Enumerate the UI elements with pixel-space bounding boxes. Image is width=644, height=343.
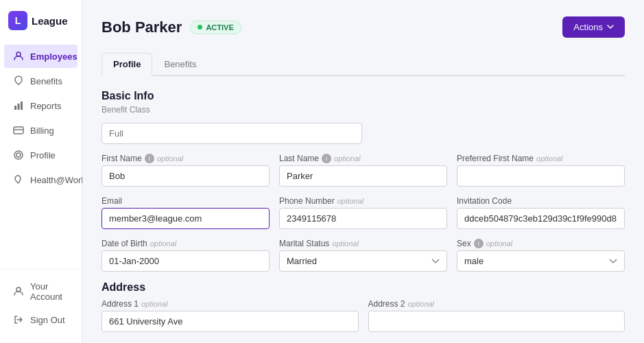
profile-icon bbox=[12, 149, 25, 161]
name-row: First Name i optional Last Name i option… bbox=[102, 154, 625, 187]
section-title: Basic Info bbox=[102, 90, 625, 102]
address1-label: Address 1 optional bbox=[102, 299, 359, 309]
main-content: Bob Parker ACTIVE Actions Profile Benefi… bbox=[82, 0, 644, 343]
invitation-code-label: Invitation Code bbox=[457, 196, 625, 206]
sidebar: L League Employees Benefits Reports Bill… bbox=[0, 0, 82, 343]
svg-point-6 bbox=[14, 151, 23, 159]
sidebar-item-profile[interactable]: Profile bbox=[4, 143, 77, 167]
sidebar-item-label-employees: Employees bbox=[30, 51, 77, 62]
benefit-class-input[interactable] bbox=[102, 123, 362, 144]
address2-group: Address 2 optional bbox=[368, 299, 625, 332]
sex-info-icon: i bbox=[474, 239, 484, 248]
sex-select[interactable]: male female other bbox=[457, 250, 625, 272]
phone-label: Phone Number optional bbox=[279, 196, 447, 206]
email-input[interactable] bbox=[102, 208, 270, 229]
employees-icon bbox=[12, 50, 25, 62]
first-name-input[interactable] bbox=[102, 165, 270, 187]
actions-button[interactable]: Actions bbox=[562, 16, 625, 38]
address1-group: Address 1 optional bbox=[102, 299, 359, 332]
tabs: Profile Benefits bbox=[102, 51, 625, 76]
sidebar-item-label-benefits: Benefits bbox=[30, 76, 62, 86]
status-badge: ACTIVE bbox=[190, 21, 241, 34]
phone-input[interactable] bbox=[279, 208, 447, 229]
basic-info-section: Basic Info Benefit Class First Name i op… bbox=[102, 90, 625, 343]
last-name-info-icon: i bbox=[322, 154, 331, 163]
tab-profile[interactable]: Profile bbox=[102, 53, 152, 76]
sidebar-item-health[interactable]: Health@Work bbox=[4, 168, 77, 191]
benefits-icon bbox=[12, 75, 25, 87]
sidebar-item-label-billing: Billing bbox=[30, 126, 54, 136]
sidebar-item-sign-out[interactable]: Sign Out bbox=[4, 308, 77, 331]
sidebar-item-label-health: Health@Work bbox=[30, 175, 86, 185]
last-name-input[interactable] bbox=[279, 165, 447, 187]
logo-icon: L bbox=[8, 11, 27, 30]
preferred-name-group: Preferred First Name optional bbox=[457, 154, 625, 187]
page-title: Bob Parker bbox=[102, 19, 182, 36]
logo-text: League bbox=[32, 15, 68, 27]
contact-row: Email Phone Number optional Invitation C… bbox=[102, 196, 625, 229]
invitation-code-input[interactable] bbox=[457, 208, 625, 229]
first-name-info-icon: i bbox=[145, 154, 154, 163]
svg-rect-1 bbox=[14, 106, 16, 110]
personal-row: Date of Birth optional Marital Status op… bbox=[102, 239, 625, 272]
svg-rect-2 bbox=[18, 104, 20, 110]
reports-icon bbox=[12, 99, 25, 112]
address1-input[interactable] bbox=[102, 311, 359, 332]
first-name-label: First Name i optional bbox=[102, 154, 270, 163]
sidebar-item-reports[interactable]: Reports bbox=[4, 94, 77, 117]
address2-label: Address 2 optional bbox=[368, 299, 625, 309]
address2-input[interactable] bbox=[368, 311, 625, 332]
chevron-down-icon bbox=[607, 25, 614, 29]
status-dot bbox=[198, 25, 202, 29]
page-header: Bob Parker ACTIVE Actions bbox=[102, 16, 625, 38]
title-group: Bob Parker ACTIVE bbox=[102, 19, 241, 36]
tab-benefits[interactable]: Benefits bbox=[152, 53, 208, 76]
benefit-class-row bbox=[102, 123, 625, 144]
last-name-label: Last Name i optional bbox=[279, 154, 447, 163]
dob-input[interactable] bbox=[102, 250, 270, 272]
marital-status-label: Marital Status optional bbox=[279, 239, 447, 248]
svg-point-0 bbox=[16, 52, 21, 56]
actions-label: Actions bbox=[573, 22, 603, 32]
marital-status-group: Marital Status optional Married Single D… bbox=[279, 239, 447, 272]
health-icon bbox=[12, 174, 25, 186]
benefit-class-group bbox=[102, 123, 362, 144]
sidebar-item-label-reports: Reports bbox=[30, 101, 62, 111]
sidebar-item-label-profile: Profile bbox=[30, 150, 56, 161]
sign-out-icon bbox=[12, 314, 25, 326]
preferred-name-input[interactable] bbox=[457, 165, 625, 187]
last-name-group: Last Name i optional bbox=[279, 154, 447, 187]
sidebar-item-label-sign-out: Sign Out bbox=[30, 315, 65, 325]
address-row: Address 1 optional Address 2 optional bbox=[102, 299, 625, 332]
sidebar-item-label-your-account: Your Account bbox=[30, 281, 69, 302]
status-text: ACTIVE bbox=[206, 23, 233, 32]
preferred-name-label: Preferred First Name optional bbox=[457, 154, 625, 163]
sidebar-item-billing[interactable]: Billing bbox=[4, 119, 77, 142]
sidebar-item-employees[interactable]: Employees bbox=[4, 45, 77, 68]
sidebar-bottom: Your Account Sign Out bbox=[0, 269, 82, 332]
sex-label: Sex i optional bbox=[457, 239, 625, 248]
email-label: Email bbox=[102, 196, 270, 206]
dob-group: Date of Birth optional bbox=[102, 239, 270, 272]
sidebar-item-benefits[interactable]: Benefits bbox=[4, 69, 77, 93]
billing-icon bbox=[12, 124, 25, 137]
email-group: Email bbox=[102, 196, 270, 229]
svg-point-5 bbox=[16, 153, 21, 157]
address-section-title: Address bbox=[102, 281, 625, 294]
svg-point-7 bbox=[16, 287, 21, 292]
svg-rect-4 bbox=[14, 127, 23, 134]
invitation-code-group: Invitation Code bbox=[457, 196, 625, 229]
your-account-icon bbox=[12, 285, 25, 298]
logo: L League bbox=[0, 11, 82, 44]
sex-group: Sex i optional male female other bbox=[457, 239, 625, 272]
phone-group: Phone Number optional bbox=[279, 196, 447, 229]
dob-label: Date of Birth optional bbox=[102, 239, 270, 248]
first-name-group: First Name i optional bbox=[102, 154, 270, 187]
marital-status-select[interactable]: Married Single Divorced Widowed bbox=[279, 250, 447, 272]
sidebar-item-your-account[interactable]: Your Account bbox=[4, 276, 77, 307]
benefit-class-label: Benefit Class bbox=[102, 105, 625, 115]
svg-rect-3 bbox=[21, 102, 23, 110]
